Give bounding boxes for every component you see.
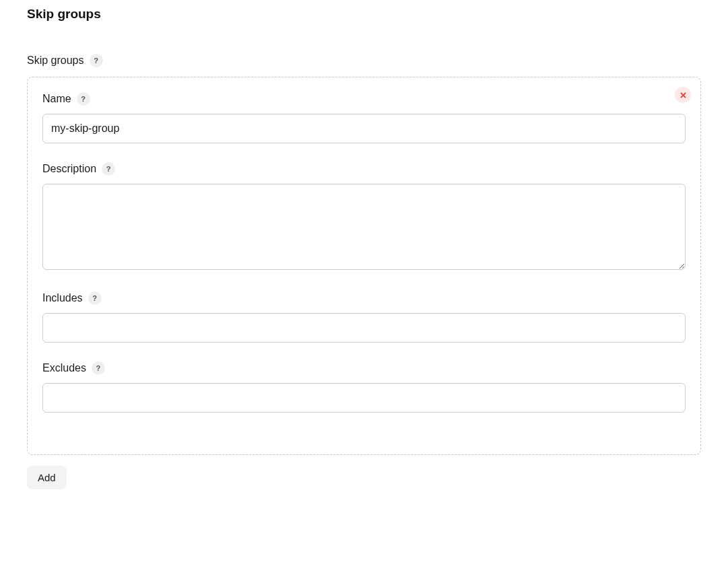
subsection-label-row: Skip groups ? <box>27 54 701 67</box>
description-label: Description <box>42 163 96 175</box>
description-field-block: Description ? <box>42 162 686 273</box>
help-icon[interactable]: ? <box>88 291 102 305</box>
help-icon[interactable]: ? <box>92 361 105 375</box>
includes-input[interactable] <box>42 313 686 343</box>
close-icon <box>680 92 686 98</box>
name-field-block: Name ? <box>42 92 686 143</box>
subsection-label: Skip groups <box>27 55 84 67</box>
excludes-input[interactable] <box>42 383 686 413</box>
name-input[interactable] <box>42 114 686 143</box>
add-button[interactable]: Add <box>27 466 67 489</box>
help-icon[interactable]: ? <box>102 162 115 176</box>
skip-group-card: Name ? Description ? Includes ? Excludes… <box>27 77 701 455</box>
remove-group-button[interactable] <box>675 87 691 103</box>
excludes-field-block: Excludes ? <box>42 361 686 413</box>
excludes-label: Excludes <box>42 362 86 374</box>
name-label: Name <box>42 93 71 105</box>
includes-label: Includes <box>42 292 83 304</box>
section-title: Skip groups <box>27 7 701 22</box>
description-input[interactable] <box>42 184 686 270</box>
includes-field-block: Includes ? <box>42 291 686 343</box>
help-icon[interactable]: ? <box>90 54 103 67</box>
help-icon[interactable]: ? <box>77 92 90 106</box>
